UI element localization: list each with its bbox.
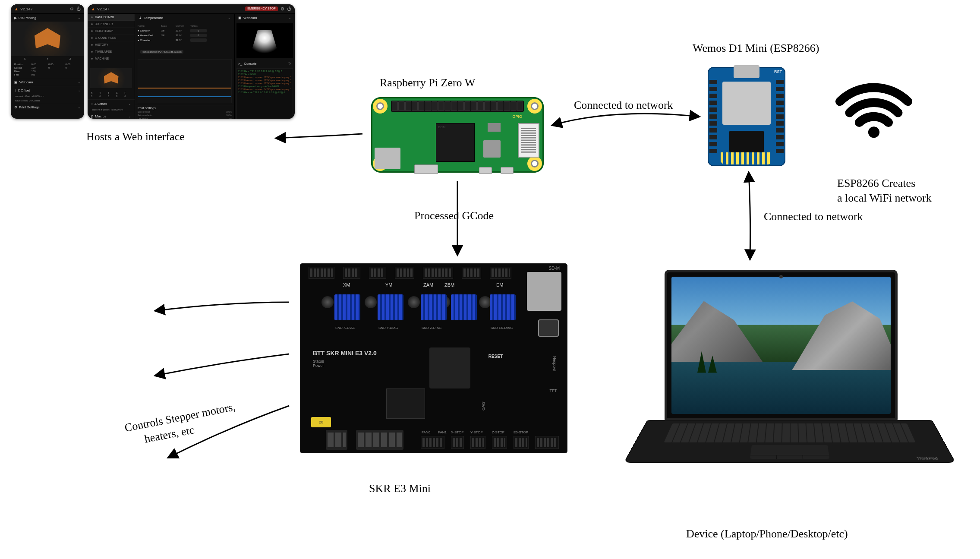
edge-skr-out-label: Controls Stepper motors, heaters, etc xyxy=(123,400,239,450)
cpu-chip xyxy=(436,123,475,162)
mcu-chip xyxy=(429,347,470,388)
wifi-icon xyxy=(833,76,915,140)
fuse: 20 xyxy=(311,417,331,427)
mini-preview xyxy=(90,68,132,88)
svg-point-0 xyxy=(868,126,879,138)
gpio-header xyxy=(391,101,524,112)
web-interface-caption: Hosts a Web interface xyxy=(86,129,185,144)
mosfet xyxy=(386,388,425,419)
sidebar-item: G-CODE FILES xyxy=(88,35,135,41)
micro-usb-power-port xyxy=(501,167,514,174)
web-interface-screenshot: ▲ V2.147 ⚙⏻ ▶ 0% Printing ⌄ X Y Z Positi… xyxy=(11,4,298,119)
edge-rpi-skr-label: Processed GCode xyxy=(414,208,494,223)
edge-wemos-laptop-label: Connected to network xyxy=(764,209,863,224)
console: 21:22 Recv: T:21.8 /0.0 B:22.9 /0.0 @:0 … xyxy=(236,68,293,119)
pin-header-right xyxy=(776,80,784,153)
keyboard xyxy=(664,423,916,442)
printing-status: 0% Printing xyxy=(19,16,36,20)
sidebar-item: 3D PRINTER xyxy=(88,21,135,28)
sidebar-item: HISTORY xyxy=(88,41,135,48)
webui-sidebar: DASHBOARD3D PRINTERHEIGHTMAPG-CODE FILES… xyxy=(88,14,135,119)
sidebar-item: TIMELAPSE xyxy=(88,48,135,55)
skr-label: SKR E3 Mini xyxy=(369,481,431,496)
emergency-stop-badge: EMERGENCY STOP xyxy=(245,6,278,11)
camera-view xyxy=(236,23,293,58)
power-terminal xyxy=(326,430,347,450)
model-preview xyxy=(11,22,84,56)
mini-usb-port xyxy=(538,319,559,337)
webui-left-panel: ▲ V2.147 ⚙⏻ ▶ 0% Printing ⌄ X Y Z Positi… xyxy=(11,4,84,119)
sidebar-item: MACHINE xyxy=(88,55,135,62)
laptop-device: ThinkPad xyxy=(639,270,941,490)
pin-header-left xyxy=(709,80,717,153)
rf-shield xyxy=(722,82,771,125)
power-terminal xyxy=(356,430,403,450)
trackpad xyxy=(750,445,829,459)
mini-hdmi-port xyxy=(414,164,438,174)
sidebar-item: HEIGHTMAP xyxy=(88,28,135,35)
version-label: V2.147 xyxy=(20,7,33,11)
micro-usb-port xyxy=(734,65,759,78)
raspberry-pi-zero-w: GPIO xyxy=(371,97,544,173)
esp8266-chip xyxy=(729,131,764,152)
desktop-wallpaper xyxy=(671,277,891,414)
stepper-driver-heatsink xyxy=(421,294,447,320)
pcb-antenna xyxy=(721,152,772,164)
stepper-driver-heatsink xyxy=(334,294,360,320)
sd-card-slot xyxy=(527,272,561,311)
camera-csi-connector xyxy=(518,123,539,158)
wemos-label: Wemos D1 Mini (ESP8266) xyxy=(693,41,819,56)
skr-e3-mini-board: XM YM ZAM ZBM EM SND X-DIAG SND Y-DIAG S… xyxy=(300,263,567,453)
wemos-d1-mini: RST xyxy=(708,67,785,166)
temperature-graph xyxy=(138,59,232,103)
rpi-small-ic xyxy=(488,123,501,132)
sidebar-item: DASHBOARD xyxy=(88,14,135,21)
stepper-driver-heatsink xyxy=(451,294,477,320)
stepper-driver-heatsink xyxy=(378,294,403,320)
micro-usb-port xyxy=(479,167,492,174)
stats-grid: Position0.000.000.00Speed10000Flow100Fan… xyxy=(11,61,84,78)
brand-logo: ThinkPad xyxy=(916,457,938,460)
edge-rpi-wemos-label: Connected to network xyxy=(574,98,673,113)
laptop-label: Device (Laptop/Phone/Desktop/etc) xyxy=(686,527,848,541)
wifi-caption: ESP8266 Creates a local WiFi network xyxy=(837,176,975,205)
rpi-label: Raspberry Pi Zero W xyxy=(380,76,475,90)
webcam-icon xyxy=(779,275,783,278)
micro-sd-slot xyxy=(375,148,400,169)
rpi-wifi-shield xyxy=(483,140,501,158)
stepper-driver-heatsink xyxy=(490,294,516,320)
webui-right-panel: ▲ V2.147 EMERGENCY STOP ⚙⏻ DASHBOARD3D P… xyxy=(88,4,295,119)
